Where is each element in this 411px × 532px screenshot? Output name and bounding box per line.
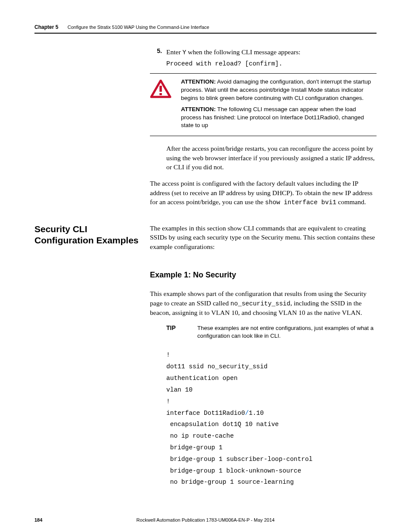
code-line: bridge-group 1 bbox=[166, 444, 223, 451]
tip-label: TIP bbox=[166, 324, 197, 340]
code-line: encapsulation dot1Q 10 native bbox=[166, 421, 279, 428]
attention-paragraph: ATTENTION: The following CLI message can… bbox=[181, 106, 377, 130]
body-paragraph: The access point is configured with the … bbox=[150, 179, 377, 207]
code-line: no ip route-cache bbox=[166, 432, 234, 439]
section-security-cli: Security CLI Configuration Examples The … bbox=[34, 224, 377, 488]
text-fragment: when the following CLI message appears: bbox=[186, 48, 300, 56]
attention-box: ATTENTION: Avoid damaging the configurat… bbox=[150, 73, 377, 136]
tip-callout: TIP These examples are not entire config… bbox=[166, 324, 377, 340]
code-line: authentication open bbox=[166, 375, 237, 382]
step-5: 5. Enter Y when the following CLI messag… bbox=[150, 47, 377, 57]
attention-icon bbox=[150, 78, 172, 130]
section-heading: Security CLI Configuration Examples bbox=[34, 224, 150, 488]
inline-code: show interface bvi1 bbox=[265, 199, 336, 206]
main-column: 5. Enter Y when the following CLI messag… bbox=[150, 47, 377, 172]
page-header: Chapter 5 Configure the Stratix 5100 WAP… bbox=[34, 24, 377, 34]
attention-paragraph: ATTENTION: Avoid damaging the configurat… bbox=[181, 78, 377, 102]
text-fragment: command. bbox=[336, 198, 366, 205]
inline-code: no_security_ssid bbox=[230, 300, 290, 307]
cli-char: Y bbox=[182, 49, 186, 56]
code-line: vlan 10 bbox=[166, 386, 193, 393]
code-line: no bridge-group 1 source-learning bbox=[166, 479, 294, 485]
chapter-title: Configure the Stratix 5100 WAP Using the… bbox=[68, 25, 209, 30]
publication-info: Rockwell Automation Publication 1783-UM0… bbox=[34, 517, 377, 523]
code-line: 1.10 bbox=[249, 410, 264, 417]
code-line: bridge-group 1 subscriber-loop-control bbox=[166, 456, 312, 463]
tip-text: These examples are not entire configurat… bbox=[197, 324, 377, 340]
attention-text: ATTENTION: Avoid damaging the configurat… bbox=[181, 78, 377, 130]
code-block: ! dot11 ssid no_security_ssid authentica… bbox=[166, 349, 377, 488]
section-body: The examples in this section show CLI co… bbox=[150, 224, 377, 488]
code-line: bridge-group 1 block-unknown-source bbox=[166, 467, 301, 474]
code-line: ! bbox=[166, 352, 170, 358]
chapter-number: Chapter 5 bbox=[34, 24, 58, 30]
text-fragment: Enter bbox=[166, 48, 182, 56]
code-line: interface Dot11Radio0 bbox=[166, 410, 245, 417]
code-line: dot11 ssid no_security_ssid bbox=[166, 363, 268, 370]
attention-label: ATTENTION: bbox=[181, 78, 216, 85]
body-paragraph: After the access point/bridge restarts, … bbox=[166, 144, 377, 172]
body-paragraph: This example shows part of the configura… bbox=[150, 289, 377, 317]
code-line: ! bbox=[166, 398, 170, 405]
step-text: Enter Y when the following CLI message a… bbox=[166, 47, 377, 57]
example-1-heading: Example 1: No Security bbox=[150, 271, 377, 280]
svg-rect-0 bbox=[159, 86, 162, 92]
body-paragraph: The examples in this section show CLI co… bbox=[150, 224, 377, 252]
step-number: 5. bbox=[150, 47, 162, 57]
page-content: 5. Enter Y when the following CLI messag… bbox=[34, 47, 377, 488]
attention-label: ATTENTION: bbox=[181, 106, 216, 112]
svg-rect-1 bbox=[159, 93, 162, 95]
cli-prompt: Proceed with reload? [confirm]. bbox=[166, 60, 377, 67]
